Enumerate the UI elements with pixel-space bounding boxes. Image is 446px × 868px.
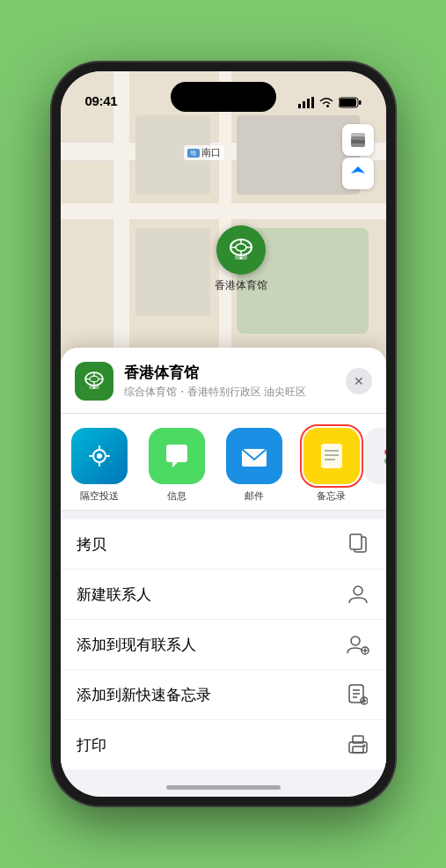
svg-point-36: [351, 636, 360, 645]
new-contact-label: 新建联系人: [77, 585, 151, 605]
svg-rect-5: [340, 99, 356, 107]
action-new-contact[interactable]: 新建联系人: [61, 570, 386, 620]
airdrop-svg: [85, 442, 113, 470]
messages-icon: [149, 428, 205, 484]
action-add-existing[interactable]: 添加到现有联系人: [61, 620, 386, 670]
svg-point-14: [239, 257, 242, 260]
venue-stadium-icon: [82, 369, 106, 394]
print-icon: [346, 732, 370, 757]
mail-label: 邮件: [245, 489, 264, 503]
share-row: 隔空投送 信息: [61, 414, 386, 511]
location-arrow-icon: [350, 166, 366, 181]
print-label: 打印: [77, 735, 106, 755]
messages-label: 信息: [167, 489, 186, 503]
venue-icon: [75, 362, 113, 401]
action-print[interactable]: 打印: [61, 720, 386, 769]
messages-svg: [161, 440, 193, 472]
svg-point-8: [236, 244, 246, 251]
share-notes[interactable]: 备忘录: [293, 428, 370, 503]
mail-svg: [238, 440, 270, 472]
airdrop-icon: [71, 428, 128, 484]
home-indicator: [166, 785, 281, 790]
share-more[interactable]: [370, 428, 386, 503]
map-block3: [135, 228, 210, 316]
action-list: 拷贝 新建联系人: [61, 519, 386, 769]
copy-label: 拷贝: [77, 534, 106, 555]
share-mail[interactable]: 邮件: [216, 428, 293, 503]
phone-screen: 09:41: [61, 71, 386, 797]
notes-label: 备忘录: [317, 489, 346, 503]
add-existing-label: 添加到现有联系人: [77, 635, 196, 655]
status-time: 09:41: [85, 93, 118, 108]
map-layer-button[interactable]: [342, 124, 374, 156]
notes-svg: [316, 440, 347, 472]
svg-rect-0: [298, 104, 301, 108]
more-dots-row2: [384, 458, 386, 464]
location-button[interactable]: [342, 158, 374, 189]
action-copy[interactable]: 拷贝: [61, 519, 386, 570]
stadium-icon: [226, 235, 256, 265]
map-south-label: 地 南口: [184, 145, 224, 160]
add-existing-icon: [346, 632, 370, 657]
more-dots-row: [384, 449, 386, 455]
venue-name: 香港体育馆: [124, 363, 335, 383]
mail-icon: [226, 428, 282, 484]
phone-shell: 09:41: [52, 63, 395, 805]
svg-rect-17: [351, 140, 365, 147]
notes-icon: [303, 428, 360, 484]
signal-icon: [298, 97, 314, 108]
action-add-notes[interactable]: 添加到新快速备忘录: [61, 670, 386, 720]
svg-rect-34: [350, 534, 362, 549]
svg-rect-2: [307, 99, 310, 108]
map-controls: [342, 124, 374, 189]
add-notes-label: 添加到新快速备忘录: [77, 685, 211, 705]
stadium-pin-label: 香港体育馆: [215, 278, 267, 293]
stadium-pin[interactable]: 香港体育馆: [215, 225, 267, 293]
map-block2: [237, 115, 360, 195]
copy-icon: [346, 532, 370, 556]
stadium-pin-circle: [216, 225, 266, 275]
venue-info: 香港体育馆 综合体育馆・香港特别行政区 油尖旺区: [124, 363, 335, 400]
svg-point-50: [362, 745, 365, 747]
bottom-sheet: 香港体育馆 综合体育馆・香港特别行政区 油尖旺区 ✕: [61, 348, 386, 797]
share-airdrop[interactable]: 隔空投送: [61, 428, 138, 503]
airdrop-label: 隔空投送: [80, 489, 119, 503]
svg-rect-6: [359, 100, 362, 105]
wifi-icon: [319, 97, 333, 108]
svg-point-35: [354, 586, 362, 595]
svg-rect-49: [353, 747, 363, 753]
svg-point-25: [92, 386, 94, 388]
svg-point-19: [90, 376, 99, 382]
share-messages[interactable]: 信息: [138, 428, 216, 503]
svg-rect-1: [303, 101, 305, 108]
sheet-header: 香港体育馆 综合体育馆・香港特别行政区 油尖旺区 ✕: [61, 348, 386, 414]
dot-green: [384, 458, 386, 464]
svg-rect-29: [321, 444, 342, 468]
close-button[interactable]: ✕: [346, 368, 372, 394]
add-notes-icon: [346, 682, 370, 707]
status-icons: [298, 97, 362, 108]
dynamic-island: [171, 82, 276, 112]
dot-red: [384, 449, 386, 455]
venue-sub: 综合体育馆・香港特别行政区 油尖旺区: [124, 385, 335, 400]
svg-rect-47: [349, 742, 367, 753]
battery-icon: [339, 97, 362, 108]
metro-icon: 地: [187, 149, 200, 158]
svg-point-27: [97, 453, 102, 459]
new-contact-icon: [346, 582, 370, 607]
map-layer-icon: [349, 131, 367, 149]
svg-rect-3: [311, 97, 314, 108]
more-icon: [364, 428, 386, 484]
